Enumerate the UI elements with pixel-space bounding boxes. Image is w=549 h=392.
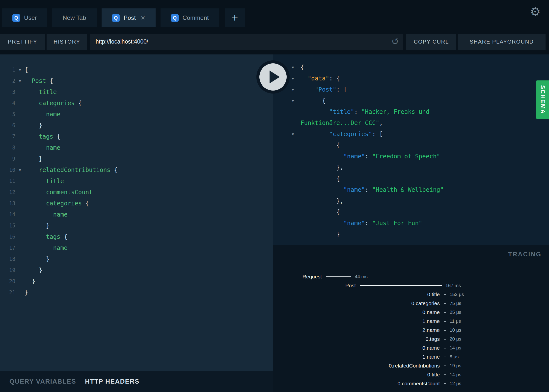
fold-spacer	[15, 243, 25, 254]
trace-duration-dash	[444, 312, 446, 313]
code-token-str: "Freedom of Speech"	[372, 153, 440, 160]
query-code: name	[25, 142, 60, 153]
query-line[interactable]: 9 }	[0, 153, 273, 165]
query-line[interactable]: 2▾ Post {	[0, 75, 273, 87]
fold-spacer	[15, 265, 25, 276]
fold-spacer	[15, 209, 25, 220]
query-line[interactable]: 8 name	[0, 142, 273, 153]
tab-bar: QUserNew TabQPost×QComment + ⚙	[0, 0, 549, 27]
fold-arrow-icon[interactable]: ▾	[273, 129, 301, 140]
response-code: }	[301, 229, 340, 240]
query-line[interactable]: 14 name	[0, 209, 273, 220]
line-number: 12	[0, 187, 15, 198]
reload-icon[interactable]: ↺	[391, 37, 399, 46]
code-token-punc	[301, 153, 343, 160]
code-token-punc	[25, 77, 32, 84]
query-line[interactable]: 7 tags {	[0, 131, 273, 142]
code-token-punc: :	[365, 186, 372, 193]
line-number: 19	[0, 265, 15, 276]
code-token-punc: {	[110, 167, 118, 173]
fold-arrow-icon[interactable]: ▾	[15, 165, 25, 176]
copy-curl-button[interactable]: COPY CURL	[406, 34, 456, 50]
query-code: categories {	[25, 98, 82, 109]
share-playground-button[interactable]: SHARE PLAYGROUND	[458, 34, 546, 50]
code-token-punc	[25, 245, 53, 251]
query-line[interactable]: 16 tags {	[0, 231, 273, 243]
fold-spacer	[15, 109, 25, 120]
query-line[interactable]: 3 title	[0, 87, 273, 98]
query-line[interactable]: 6 }	[0, 120, 273, 131]
query-line[interactable]: 1▾{	[0, 64, 273, 75]
response-code: "data": {	[301, 73, 340, 84]
query-line[interactable]: 11 title	[0, 176, 273, 187]
query-line[interactable]: 18 }	[0, 254, 273, 265]
fold-spacer	[273, 106, 301, 118]
schema-tab-label: SCHEMA	[539, 85, 546, 114]
history-button[interactable]: HISTORY	[47, 34, 87, 50]
query-line[interactable]: 5 name	[0, 109, 273, 120]
fold-spacer	[15, 131, 25, 142]
code-token-field: Post	[32, 77, 46, 84]
endpoint-input[interactable]	[90, 38, 388, 45]
query-line[interactable]: 19 }	[0, 265, 273, 276]
response-code: Funktionäre...Der CCC",	[301, 118, 383, 129]
code-token-punc	[25, 211, 53, 218]
schema-tab[interactable]: SCHEMA	[536, 80, 549, 119]
query-variables-tab[interactable]: QUERY VARIABLES	[9, 378, 76, 385]
fold-arrow-icon[interactable]: ▾	[15, 75, 25, 87]
tab-post[interactable]: QPost×	[102, 8, 156, 27]
code-token-punc	[25, 167, 39, 173]
query-editor[interactable]: 1▾{2▾ Post {3 title4 categories {5 name6…	[0, 54, 273, 371]
code-token-field: name	[53, 211, 68, 218]
http-headers-tab[interactable]: HTTP HEADERS	[85, 378, 139, 385]
trace-time: 14 μs	[450, 345, 461, 351]
fold-arrow-icon[interactable]: ▾	[15, 64, 25, 75]
query-line[interactable]: 12 commentsCount	[0, 187, 273, 198]
response-code: },	[301, 196, 343, 207]
code-token-punc: :	[365, 153, 372, 160]
tracing-panel: TRACING Request44 msPost167 ms0.title153…	[273, 245, 549, 392]
response-code: "name": "Health & Wellbeing"	[301, 184, 444, 196]
fold-spacer	[15, 220, 25, 231]
tab-new-tab[interactable]: New Tab	[52, 8, 97, 27]
trace-time: 8 μs	[450, 354, 459, 360]
code-token-key: "name"	[343, 186, 365, 193]
prettify-button[interactable]: PRETTIFY	[0, 34, 45, 50]
response-code: {	[301, 207, 340, 218]
tab-label: Post	[124, 14, 136, 21]
query-line[interactable]: 15 }	[0, 220, 273, 231]
code-token-key: "Post"	[315, 86, 336, 93]
execute-button[interactable]	[259, 63, 287, 91]
response-line: ▾ "Post": [	[273, 84, 549, 95]
line-number: 14	[0, 209, 15, 220]
fold-arrow-icon[interactable]: ▾	[273, 95, 301, 106]
close-tab-icon[interactable]: ×	[141, 14, 145, 22]
query-line[interactable]: 20 }	[0, 276, 273, 287]
code-token-punc: {	[301, 97, 326, 104]
code-token-field: categories	[39, 100, 75, 107]
settings-gear-icon[interactable]: ⚙	[530, 6, 541, 18]
line-number: 5	[0, 109, 15, 120]
line-number: 7	[0, 131, 15, 142]
tab-user[interactable]: QUser	[2, 8, 47, 27]
trace-row: Request44 ms	[273, 272, 549, 281]
query-line[interactable]: 4 categories {	[0, 98, 273, 109]
query-line[interactable]: 21}	[0, 287, 273, 298]
fold-spacer	[15, 198, 25, 209]
trace-label: 0.title	[273, 372, 440, 378]
fold-spacer	[15, 98, 25, 109]
response-line: {	[273, 173, 549, 184]
response-code: "name": "Freedom of Speech"	[301, 151, 440, 162]
trace-label: 0.title	[273, 292, 440, 297]
query-line[interactable]: 13 categories {	[0, 198, 273, 209]
query-line[interactable]: 10▾ relatedContributions {	[0, 165, 273, 176]
query-line[interactable]: 17 name	[0, 243, 273, 254]
trace-duration-dash	[444, 339, 446, 340]
code-token-punc: :	[354, 108, 361, 115]
code-token-punc: : [	[336, 86, 347, 93]
new-tab-button[interactable]: +	[225, 8, 245, 27]
code-token-punc: },	[301, 197, 343, 204]
query-code: {	[25, 64, 28, 75]
response-code: {	[301, 62, 304, 73]
tab-comment[interactable]: QComment	[161, 8, 219, 27]
